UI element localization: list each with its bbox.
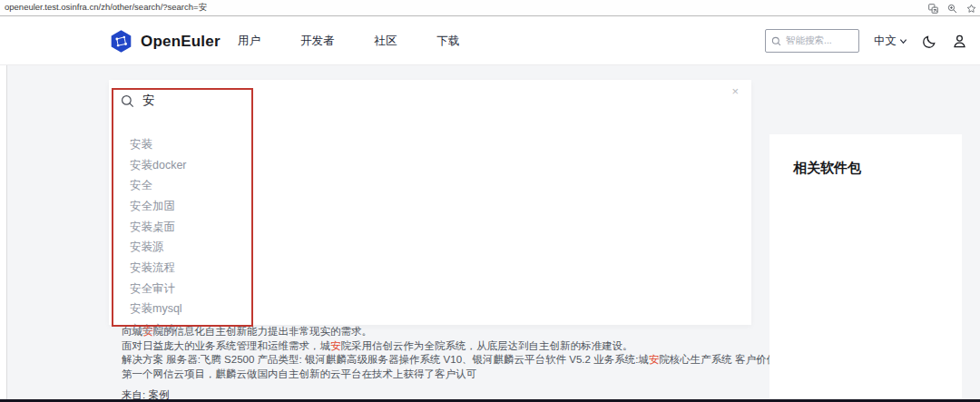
- suggestion-item[interactable]: 安装桌面: [130, 217, 187, 238]
- nav-item-developers[interactable]: 开发者: [280, 34, 355, 49]
- suggestion-item[interactable]: 安全审计: [130, 279, 187, 299]
- search-icon: [121, 94, 134, 108]
- header-search-input[interactable]: 智能搜索...: [765, 29, 859, 53]
- main-nav: 用户 开发者 社区 下载: [218, 16, 480, 65]
- search-query-row[interactable]: 安: [121, 93, 155, 109]
- header-search-placeholder: 智能搜索...: [786, 34, 832, 47]
- suggestion-item[interactable]: 安全启动: [130, 319, 187, 340]
- dark-mode-moon-icon[interactable]: [922, 34, 937, 49]
- related-packages-title: 相关软件包: [769, 134, 962, 177]
- site-header: OpenEuler 用户 开发者 社区 下载 智能搜索... 中文: [0, 16, 980, 65]
- browser-toolbar-icons: [927, 0, 976, 16]
- main-content: 向城安院的信息化自主创新能力提出非常现实的需求。 面对日益庞大的业务系统管理和运…: [0, 65, 980, 399]
- suggestion-item[interactable]: 安全加固: [130, 196, 187, 217]
- search-dropdown-panel: 安 × 安装 安装docker 安全 安全加固 安装桌面 安装源 安装流程 安全…: [109, 80, 751, 325]
- suggestion-item[interactable]: 安装docker: [130, 155, 187, 176]
- screen: openeuler.test.osinfra.cn/zh/other/searc…: [0, 0, 980, 402]
- translate-icon[interactable]: [927, 3, 938, 14]
- language-label: 中文: [874, 34, 897, 49]
- search-icon: [771, 36, 781, 46]
- nav-item-community[interactable]: 社区: [355, 34, 417, 49]
- close-icon[interactable]: ×: [731, 85, 739, 97]
- brand[interactable]: OpenEuler: [109, 29, 220, 54]
- search-suggestions-list: 安装 安装docker 安全 安全加固 安装桌面 安装源 安装流程 安全审计 安…: [130, 134, 187, 340]
- language-selector[interactable]: 中文: [874, 34, 907, 49]
- bookmark-star-icon[interactable]: [965, 3, 976, 14]
- url-text[interactable]: openeuler.test.osinfra.cn/zh/other/searc…: [0, 2, 207, 14]
- nav-item-download[interactable]: 下载: [417, 34, 480, 49]
- user-account-icon[interactable]: [952, 34, 967, 49]
- related-packages-card: 相关软件包: [769, 134, 962, 399]
- brand-name: OpenEuler: [141, 33, 220, 51]
- suggestion-item[interactable]: 安全: [130, 175, 187, 196]
- suggestion-item[interactable]: 安装mysql: [130, 299, 187, 320]
- suggestion-item[interactable]: 安装: [130, 134, 187, 155]
- chevron-down-icon: [899, 37, 907, 45]
- search-query-text[interactable]: 安: [142, 93, 155, 109]
- left-gutter: [0, 65, 7, 399]
- nav-item-users[interactable]: 用户: [218, 34, 280, 49]
- browser-url-bar: openeuler.test.osinfra.cn/zh/other/searc…: [0, 0, 980, 16]
- suggestion-item[interactable]: 安装源: [130, 237, 187, 258]
- header-right: 智能搜索... 中文: [765, 16, 967, 65]
- openeuler-logo-icon: [109, 29, 133, 54]
- suggestion-item[interactable]: 安装流程: [130, 258, 187, 279]
- zoom-icon[interactable]: [946, 3, 957, 14]
